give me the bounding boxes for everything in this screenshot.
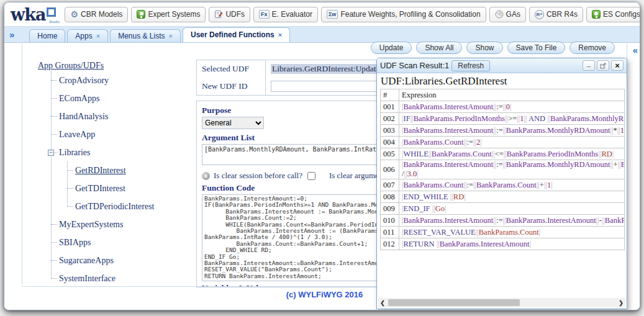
expression-token: <= (495, 150, 504, 158)
toolbar-button-label: Expert Systems (148, 10, 200, 19)
tabs: HomeApps×Menus & Lists×User Defined Func… (29, 27, 290, 42)
toolbar-button-cbr-models[interactable]: ⚙CBR Models (65, 7, 128, 22)
expression-token: >= (508, 114, 517, 123)
expression-token: | (539, 228, 541, 237)
tree-item-getrdinterest[interactable]: GetRDInterest (38, 161, 193, 179)
tree-item-gettdinterest[interactable]: GetTDInterest (38, 179, 193, 197)
copyright-text: (c) WYLFiWYG 2016 (286, 290, 363, 299)
tree-item-leaveapp[interactable]: LeaveApp (38, 125, 193, 143)
tree-item-sbiapps[interactable]: SBIApps (38, 233, 193, 251)
tree-node: CropAdvisory (38, 71, 193, 89)
table-row[interactable]: 008|END_WHILE ||RD| (381, 191, 625, 203)
tab-menus-lists[interactable]: Menus & Lists× (110, 29, 181, 42)
row-expression: |BankParams.InterestAmount||:=||BankPara… (399, 125, 625, 137)
table-row[interactable]: 001|BankParams.InterestAmount||:=||0| (381, 101, 625, 113)
toolbar-button-e-evaluator[interactable]: FxE. Evaluator (253, 7, 318, 22)
content-left-border (22, 43, 22, 285)
scroll-left-icon[interactable]: ❮ (378, 300, 387, 306)
tree-item-label: SBIApps (59, 238, 91, 247)
collapse-right-icon[interactable]: « (633, 45, 638, 55)
tree-item-systeminterface[interactable]: SystemInterface (38, 269, 193, 287)
column-header-expression: Expression (399, 89, 625, 101)
expression-token: BankParams.Monthly (605, 216, 625, 225)
purpose-select[interactable]: General (202, 117, 264, 129)
table-row[interactable]: 011|RESET_VAR_VALUE||BankParams.Count| (381, 227, 625, 238)
minimize-button[interactable]: – (583, 60, 595, 71)
row-number: 010 (381, 215, 399, 227)
expression-token: AND (527, 114, 548, 123)
tree-expander-icon[interactable]: − (48, 150, 54, 156)
dialog-title-bar[interactable]: UDF Scan Result:1 Refresh – × (377, 58, 627, 73)
tree-item-cropadvisory[interactable]: CropAdvisory (38, 71, 193, 89)
save-to-file-button[interactable]: Save To File (507, 42, 566, 54)
selected-udf-value[interactable]: Libraries.GetRDInterest:Updated (271, 64, 385, 74)
expression-token: BankParams.Count (404, 181, 464, 189)
tree-item-myexpertsystems[interactable]: MyExpertSystems (38, 215, 193, 233)
toolbar-button-cbr-r4s[interactable]: R⁴CBR R4s (529, 7, 583, 22)
row-number: 003 (381, 125, 399, 137)
scroll-right-icon[interactable]: ❯ (617, 300, 625, 306)
table-row[interactable]: 006|BankParams.InterestAmount||:=||BankP… (381, 160, 625, 179)
collapse-left-icon[interactable]: » (9, 29, 14, 40)
bulb-icon (137, 10, 145, 19)
tree-title-link[interactable]: App Groups/UDFs (38, 61, 104, 71)
expression-token: + (614, 160, 618, 169)
expression-token: IF (404, 114, 410, 123)
tab-close-icon[interactable]: × (278, 31, 282, 38)
tree-item-ecomapps[interactable]: EComApps (38, 89, 193, 107)
udf-scan-result-dialog: UDF Scan Result:1 Refresh – × UDF:Librar… (376, 58, 627, 309)
tree-node: SBIApps (38, 233, 193, 251)
table-row[interactable]: 003|BankParams.InterestAmount||:=||BankP… (381, 125, 625, 137)
collapse-up-icon[interactable]: ∧ (202, 172, 210, 180)
expression-token: RETURN (404, 240, 437, 248)
tree-item-gettdperiodicinterest[interactable]: GetTDPeriodicInterest (38, 197, 193, 215)
expression-token: + (540, 181, 544, 189)
toolbar-button-feature-weights-profiling-consolidation[interactable]: ΣwFeature Weights, Profiling & Consolida… (321, 7, 486, 22)
refresh-button[interactable]: Refresh (451, 60, 490, 71)
table-row[interactable]: 010|BankParams.InterestAmount||:=||BankP… (381, 215, 625, 227)
tab-close-icon[interactable]: × (96, 32, 100, 40)
top-toolbar: wka Studio ⚙CBR ModelsExpert SystemsUDFs… (4, 2, 640, 27)
tree-item-handanalysis[interactable]: HandAnalysis (38, 107, 193, 125)
expression-token: BankParams.PeriodInMonths (414, 114, 506, 123)
table-row[interactable]: 012|RETURN ||BankParams.InterestAmount| (381, 238, 625, 250)
expression-token: := (496, 160, 503, 169)
table-row[interactable]: 007|BankParams.Count||:=||BankParams.Cou… (381, 179, 625, 191)
tab-label: Apps (75, 32, 92, 40)
tree-item-libraries[interactable]: −Libraries (38, 143, 193, 161)
tree-item-label: Libraries (59, 148, 91, 157)
tree-node: EComApps (38, 89, 193, 107)
tab-apps[interactable]: Apps× (67, 29, 108, 42)
tab-user-defined-functions[interactable]: User Defined Functions× (183, 27, 290, 42)
expression-token: 3.0 (407, 169, 417, 178)
horizontal-scrollbar[interactable]: ❮ ❯ (378, 298, 625, 307)
toolbar-button-es-configs[interactable]: ES Configs (586, 7, 640, 22)
table-row[interactable]: 002|IF||BankParams.PeriodInMonths||>=||1… (381, 113, 625, 125)
toolbar-button-gas[interactable]: GAs (489, 7, 526, 22)
tree-node: GetTDPeriodicInterest (38, 197, 193, 215)
table-row[interactable]: 009|END_IF ||Go| (381, 203, 625, 215)
update-button[interactable]: Update (371, 42, 412, 54)
row-number: 009 (381, 203, 399, 215)
row-expression: |IF||BankParams.PeriodInMonths||>=||1|| … (399, 113, 625, 125)
clear-session-checkbox[interactable] (307, 172, 315, 180)
toolbar-button-expert-systems[interactable]: Expert Systems (131, 7, 206, 22)
popout-button[interactable] (597, 60, 609, 71)
tab-home[interactable]: Home (29, 29, 65, 42)
remove-button[interactable]: Remove (569, 42, 615, 54)
tree-root: CropAdvisoryEComAppsHandAnalysisLeaveApp… (38, 71, 193, 287)
close-button[interactable]: × (611, 60, 624, 71)
tree-node: SugarcaneApps (38, 251, 193, 269)
row-expression: |BankParams.InterestAmount||:=||BankPara… (399, 215, 625, 227)
show-button[interactable]: Show (466, 42, 502, 54)
row-expression: |END_IF ||Go| (399, 203, 625, 215)
scrollbar-thumb[interactable] (388, 299, 520, 306)
tab-close-icon[interactable]: × (169, 32, 173, 40)
expression-token: | (510, 102, 512, 111)
toolbar-button-udfs[interactable]: UDFs (209, 7, 250, 22)
table-row[interactable]: 005|WHILE||BankParams.Count||<=||BankPar… (381, 148, 625, 160)
expression-token: END_IF (404, 204, 432, 213)
table-row[interactable]: 004|BankParams.Count||:=||2| (381, 137, 625, 148)
show-all-button[interactable]: Show All (416, 42, 462, 54)
tree-item-sugarcaneapps[interactable]: SugarcaneApps (38, 251, 193, 269)
